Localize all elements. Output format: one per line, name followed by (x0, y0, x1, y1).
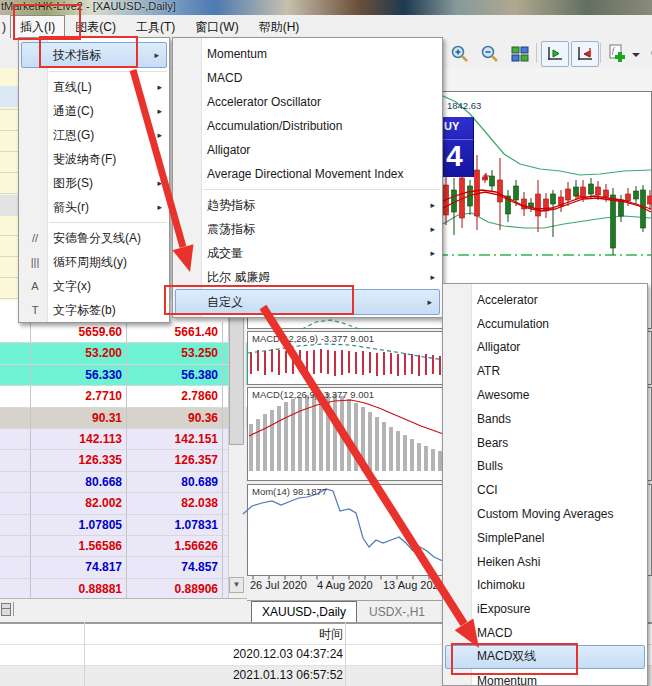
symbol-cell (0, 408, 31, 428)
menu-item[interactable]: 箭头(r)▸ (19, 195, 169, 219)
chart-tab[interactable]: USDX-,H1 (359, 603, 435, 622)
menu-item-label: Bulls (477, 459, 503, 473)
menu-item[interactable]: 直线(L)▸ (19, 75, 169, 99)
zoom-in-button[interactable] (446, 41, 474, 67)
menu-item-label: MACD双线 (477, 648, 536, 665)
market-watch-row[interactable]: 74.81774.857 (0, 557, 247, 578)
market-watch-row[interactable]: 1.078051.07831 (0, 515, 247, 536)
symbol-cell (0, 322, 31, 342)
tile-windows-button[interactable] (506, 41, 534, 67)
menu-item[interactable]: T文字标签(b) (19, 298, 169, 322)
buy-panel-text: UY (444, 120, 459, 132)
zoom-out-button[interactable] (476, 41, 504, 67)
menu-item-label: 斐波纳奇(F) (53, 151, 116, 168)
menu-item[interactable]: Bulls (443, 455, 647, 479)
column-divider (84, 622, 85, 686)
market-watch-row[interactable]: 1.565861.56626 (0, 536, 247, 557)
menu-item[interactable]: Bears (443, 431, 647, 455)
toolbar-separator (536, 43, 537, 63)
menu-item-label: MACD (477, 626, 512, 640)
chart-tab[interactable]: XAUUSD-,Daily (251, 601, 357, 622)
menu-item[interactable]: 比尔 威廉姆▸ (173, 265, 442, 289)
menu-item[interactable]: 成交量▸ (173, 241, 442, 265)
menu-item[interactable]: 通道(C)▸ (19, 99, 169, 123)
menu-item-label: MACD (207, 71, 242, 85)
menu-item[interactable]: Bands (443, 407, 647, 431)
menu-item-label: Accumulation/Distribution (207, 119, 342, 133)
menu-item[interactable]: 斐波纳奇(F) (19, 147, 169, 171)
menu-item[interactable]: iExposure (443, 597, 647, 621)
menu-item[interactable]: 自定义▸ (175, 289, 440, 315)
bid-cell: 2.7710 (31, 386, 127, 406)
menu-item[interactable]: 技术指标▸ (21, 42, 167, 68)
scrollbar-down-arrow[interactable]: ▼ (229, 577, 244, 593)
menu-item[interactable]: //安德鲁分叉线(A) (19, 226, 169, 250)
buy-panel[interactable]: UY 4 (443, 117, 474, 177)
menu-item-label: 技术指标 (53, 47, 101, 64)
ask-cell: 5661.40 (127, 322, 223, 342)
ask-cell: 1.56626 (127, 536, 223, 556)
symbol-cell (0, 450, 31, 470)
market-watch-row[interactable]: 2.77102.7860 (0, 386, 247, 407)
bid-cell: 90.31 (31, 408, 127, 428)
market-watch-row[interactable]: 56.33056.380 (0, 365, 247, 386)
market-watch-row[interactable]: 126.335126.357 (0, 450, 247, 471)
menu-item[interactable]: Accelerator (443, 288, 647, 312)
menu-item[interactable]: Alligator (173, 138, 442, 162)
scrollbar-thumb[interactable] (229, 315, 244, 445)
menu-item[interactable]: 江恩(G)▸ (19, 123, 169, 147)
menu-item[interactable]: Momentum (173, 42, 442, 66)
menu-item[interactable]: Alligator (443, 336, 647, 360)
symbol-cell (0, 536, 31, 556)
ask-cell: 1.07831 (127, 515, 223, 535)
title-bar[interactable]: tMarketHK-Live2 - [XAUUSD-,Daily] (0, 0, 652, 15)
market-watch-edge-sliver (0, 68, 18, 315)
menu-item-icon: A (26, 280, 44, 292)
menu-item[interactable]: Awesome (443, 383, 647, 407)
menu-item[interactable]: Ichimoku (443, 574, 647, 598)
menu-item[interactable]: 震荡指标▸ (173, 217, 442, 241)
market-watch-row[interactable]: 90.3190.36 (0, 408, 247, 429)
market-watch-table: 5659.605661.4053.20053.25056.33056.3802.… (0, 300, 247, 600)
menu-item[interactable]: MACD (173, 66, 442, 90)
market-watch-row[interactable]: 5659.605661.40 (0, 322, 247, 343)
menu-item[interactable]: 图形(S)▸ (19, 171, 169, 195)
grid-icon (1, 603, 11, 616)
menu-item[interactable]: ATR (443, 359, 647, 383)
menu-item-icon: // (26, 232, 44, 244)
menu-item[interactable]: |||循环周期线(y) (19, 250, 169, 274)
menu-item[interactable]: Accumulation (443, 312, 647, 336)
auto-scroll-button[interactable] (541, 41, 569, 67)
add-indicator-icon: f (607, 43, 629, 65)
market-watch-row[interactable]: 0.888810.88906 (0, 579, 247, 600)
menu-item[interactable]: A文字(x) (19, 274, 169, 298)
period-button[interactable] (642, 41, 652, 67)
submenu-arrow-icon: ▸ (157, 82, 162, 92)
insert-menu: 技术指标▸直线(L)▸通道(C)▸江恩(G)▸斐波纳奇(F)图形(S)▸箭头(r… (18, 37, 170, 323)
menu-item[interactable]: Accumulation/Distribution (173, 114, 442, 138)
menu-item[interactable]: SimplePanel (443, 526, 647, 550)
menu-item[interactable]: Heiken Ashi (443, 550, 647, 574)
ask-cell: 2.7860 (127, 386, 223, 406)
menu-item[interactable]: Accelerator Oscillator (173, 90, 442, 114)
momentum-panel-label: Mom(14) 98.1877 (252, 486, 327, 497)
menu-item[interactable]: Custom Moving Averages (443, 502, 647, 526)
submenu-arrow-icon: ▸ (154, 50, 159, 60)
chart-shift-button[interactable] (571, 41, 599, 67)
menu-item[interactable]: CCI (443, 478, 647, 502)
menu-item-label: Alligator (477, 340, 520, 354)
menu-item[interactable]: 趋势指标▸ (173, 193, 442, 217)
market-watch-row[interactable]: 80.66880.689 (0, 472, 247, 493)
period-icon (646, 44, 652, 64)
submenu-arrow-icon: ▸ (157, 202, 162, 212)
menu-item[interactable]: Average Directional Movement Index (173, 162, 442, 186)
ask-cell: 53.250 (127, 343, 223, 363)
market-watch-row[interactable]: 53.20053.250 (0, 343, 247, 364)
market-watch-row[interactable]: 82.00282.038 (0, 493, 247, 514)
menu-item-label: 江恩(G) (53, 127, 94, 144)
menu-item[interactable]: MACD (443, 621, 647, 645)
menu-item[interactable]: MACD双线 (445, 645, 645, 669)
market-watch-row[interactable]: 142.113142.151 (0, 429, 247, 450)
menu-item[interactable]: Momentum (443, 669, 647, 686)
symbol-cell (0, 429, 31, 449)
